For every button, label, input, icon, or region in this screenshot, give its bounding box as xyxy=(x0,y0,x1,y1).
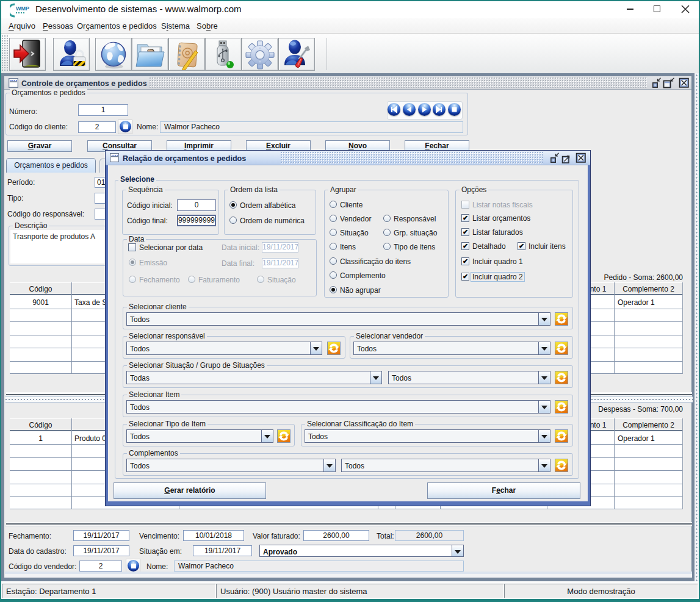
svg-text:WMP: WMP xyxy=(16,5,29,12)
